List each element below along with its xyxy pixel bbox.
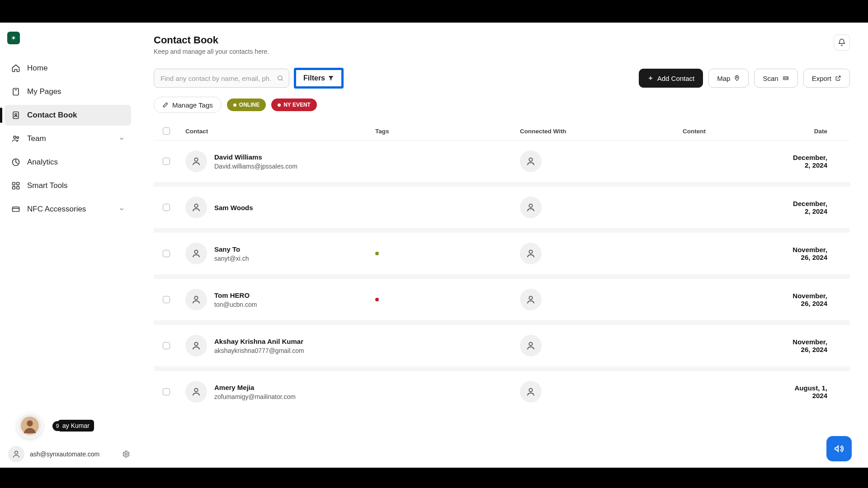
sidebar-item-analytics[interactable]: Analytics: [5, 152, 131, 173]
column-connected: Connected With: [520, 128, 683, 135]
letterbox-top: [0, 0, 868, 23]
sidebar-label: Contact Book: [27, 111, 77, 120]
user-popover-avatar: [17, 413, 42, 438]
svg-rect-7: [17, 183, 19, 185]
svg-point-29: [194, 389, 198, 392]
tag-ny-event[interactable]: NY EVENT: [271, 99, 317, 111]
row-date: November, 26, 2024: [789, 292, 841, 307]
contact-avatar: [185, 197, 207, 218]
svg-point-15: [278, 76, 282, 80]
contact-avatar: [185, 150, 207, 172]
tag-online[interactable]: ONLINE: [227, 99, 266, 111]
filters-button[interactable]: Filters: [294, 68, 344, 89]
user-popover: 9 ay Kumar: [17, 413, 94, 438]
svg-point-24: [529, 250, 532, 253]
column-content: Content: [683, 128, 789, 135]
manage-tags-label: Manage Tags: [172, 101, 213, 109]
announcement-fab[interactable]: [826, 436, 852, 461]
svg-rect-8: [13, 187, 15, 189]
sidebar-label: Smart Tools: [27, 181, 67, 190]
tag-online-label: ONLINE: [239, 102, 259, 108]
row-checkbox[interactable]: [163, 250, 170, 257]
sidebar-item-contact-book[interactable]: Contact Book: [5, 105, 131, 126]
add-contact-button[interactable]: Add Contact: [639, 69, 703, 88]
external-link-icon: [835, 75, 841, 81]
user-name-fragment: ay Kumar: [58, 420, 94, 432]
table-row[interactable]: Amery Mejiazofumamigy@mailinator.comAugu…: [154, 371, 850, 413]
svg-point-21: [194, 204, 198, 207]
svg-rect-6: [13, 183, 15, 185]
table-row[interactable]: Sam WoodsDecember, 2, 2024: [154, 187, 850, 233]
brand-logo: ✶: [7, 32, 20, 44]
contact-name: Tom HERO: [214, 291, 257, 299]
row-checkbox[interactable]: [163, 204, 170, 211]
row-checkbox[interactable]: [163, 342, 170, 349]
svg-point-3: [14, 136, 16, 138]
svg-point-4: [17, 136, 19, 138]
svg-point-26: [529, 296, 532, 300]
row-date: August, 1, 2024: [789, 384, 841, 399]
current-user-row: ash@synxautomate.com: [8, 446, 130, 462]
sidebar-item-my-pages[interactable]: My Pages: [5, 81, 131, 102]
sidebar-item-smart-tools[interactable]: Smart Tools: [5, 175, 131, 196]
connected-avatar: [520, 335, 542, 357]
svg-point-12: [27, 420, 33, 426]
scan-label: Scan: [763, 75, 778, 82]
row-date: December, 2, 2024: [789, 200, 841, 215]
row-checkbox[interactable]: [163, 158, 170, 165]
sidebar-label: NFC Accessories: [27, 205, 86, 214]
manage-tags-button[interactable]: Manage Tags: [154, 97, 222, 113]
contact-avatar: [185, 289, 207, 310]
svg-rect-10: [13, 207, 19, 211]
sidebar-label: Analytics: [27, 158, 58, 167]
scan-button[interactable]: Scan: [754, 69, 797, 88]
connected-avatar: [520, 381, 542, 403]
column-date: Date: [789, 128, 841, 135]
settings-icon[interactable]: [122, 450, 130, 458]
connected-avatar: [520, 197, 542, 218]
team-icon: [11, 134, 21, 144]
search-input[interactable]: [154, 69, 289, 88]
row-date: December, 2, 2024: [789, 154, 841, 169]
svg-point-27: [194, 343, 198, 346]
dot-icon: [233, 103, 236, 107]
scan-icon: [782, 75, 789, 81]
connected-avatar: [520, 243, 542, 264]
funnel-icon: [328, 75, 334, 81]
search-icon: [277, 75, 284, 82]
row-checkbox[interactable]: [163, 296, 170, 303]
table-row[interactable]: Tom HEROton@ucbn.comNovember, 26, 2024: [154, 279, 850, 325]
chevron-down-icon: [118, 136, 125, 142]
table-row[interactable]: Akshay Krishna Anil Kumarakshaykrishna07…: [154, 325, 850, 371]
table-row[interactable]: Sany Tosanyt@xi.chNovember, 26, 2024: [154, 233, 850, 279]
svg-point-20: [529, 158, 532, 161]
filters-label: Filters: [303, 74, 325, 82]
pin-icon: [734, 75, 740, 81]
page-title: Contact Book: [154, 34, 269, 46]
svg-point-19: [194, 158, 198, 161]
sidebar-item-home[interactable]: Home: [5, 58, 131, 79]
contact-name: Sany To: [214, 245, 249, 253]
card-icon: [11, 204, 21, 214]
svg-point-23: [194, 250, 198, 253]
row-checkbox[interactable]: [163, 388, 170, 395]
contact-avatar: [185, 243, 207, 264]
select-all-checkbox[interactable]: [163, 127, 170, 135]
map-button[interactable]: Map: [708, 69, 749, 88]
sidebar-label: Home: [27, 64, 47, 73]
sidebar-item-team[interactable]: Team: [5, 128, 131, 149]
contact-avatar: [185, 381, 207, 403]
svg-rect-0: [13, 89, 19, 95]
row-date: November, 26, 2024: [789, 246, 841, 261]
export-button[interactable]: Export: [803, 69, 850, 88]
sidebar: ✶ Home My Pages Contact Book Team: [0, 23, 136, 468]
notifications-button[interactable]: [834, 34, 850, 51]
svg-point-16: [736, 77, 738, 78]
dot-icon: [278, 103, 281, 107]
svg-point-22: [529, 204, 532, 207]
sidebar-item-nfc-accessories[interactable]: NFC Accessories: [5, 199, 131, 220]
pages-icon: [11, 87, 21, 97]
contact-email: akshaykrishna0777@gmail.com: [214, 347, 304, 354]
table-row[interactable]: David WilliamsDavid.williams@jpssales.co…: [154, 141, 850, 187]
contact-name: Amery Mejia: [214, 384, 296, 391]
